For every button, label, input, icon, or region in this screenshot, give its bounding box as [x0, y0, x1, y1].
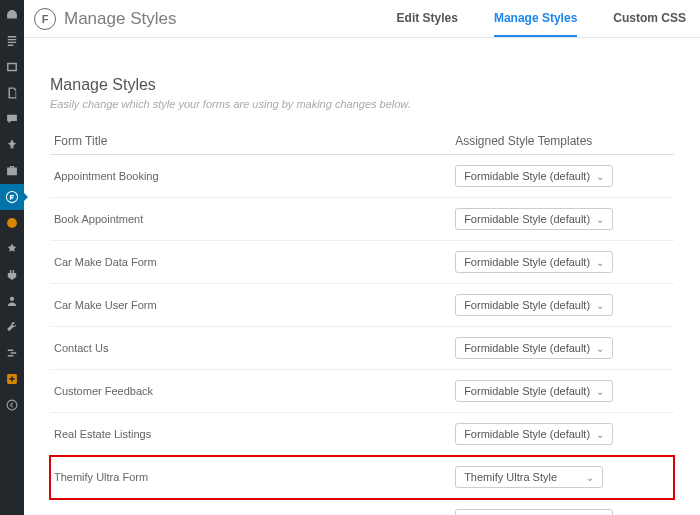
sidebar-item-media[interactable] [0, 54, 24, 80]
sidebar-item-pin[interactable] [0, 132, 24, 158]
style-cell: Formidable Style (default)⌄ [451, 284, 674, 327]
page-title: F Manage Styles [34, 8, 176, 30]
style-cell: Formidable Style (default)⌄ [451, 413, 674, 456]
chevron-down-icon: ⌄ [586, 472, 594, 483]
style-select-label: Formidable Style (default) [464, 385, 590, 397]
sidebar-item-dashboard[interactable] [0, 2, 24, 28]
sidebar-item-plus[interactable] [0, 366, 24, 392]
svg-point-2 [10, 297, 14, 301]
style-cell: Formidable Style (default)⌄ [451, 155, 674, 198]
table-row: Car Make Data FormFormidable Style (defa… [50, 241, 674, 284]
form-title-cell: Book Appointment [50, 198, 451, 241]
sidebar-item-settings[interactable] [0, 340, 24, 366]
table-row: Customer FeedbackFormidable Style (defau… [50, 370, 674, 413]
sidebar-item-tools[interactable] [0, 314, 24, 340]
page-title-text: Manage Styles [64, 9, 176, 29]
table-row: Car Make User FormFormidable Style (defa… [50, 284, 674, 327]
col-form-title: Form Title [50, 128, 451, 155]
section-subtitle: Easily change which style your forms are… [50, 98, 674, 110]
form-title-cell: Appointment Booking [50, 155, 451, 198]
style-select-label: Themify Ultra Style [464, 471, 557, 483]
style-select[interactable]: Formidable Style (default)⌄ [455, 509, 613, 515]
form-title-cell: Themify Ultra Form [50, 456, 451, 499]
style-select[interactable]: Formidable Style (default)⌄ [455, 423, 613, 445]
tab-custom-css[interactable]: Custom CSS [613, 1, 686, 37]
table-row: Appointment BookingFormidable Style (def… [50, 155, 674, 198]
table-row: User InformationFormidable Style (defaul… [50, 499, 674, 516]
sidebar-item-appearance[interactable] [0, 236, 24, 262]
formidable-logo-icon: F [34, 8, 56, 30]
table-row: Themify Ultra FormThemify Ultra Style⌄ [50, 456, 674, 499]
style-select-label: Formidable Style (default) [464, 213, 590, 225]
style-select-label: Formidable Style (default) [464, 170, 590, 182]
form-title-cell: Contact Us [50, 327, 451, 370]
style-select-label: Formidable Style (default) [464, 256, 590, 268]
style-select[interactable]: Formidable Style (default)⌄ [455, 251, 613, 273]
content: Manage Styles Easily change which style … [24, 38, 700, 515]
table-row: Book AppointmentFormidable Style (defaul… [50, 198, 674, 241]
form-title-cell: User Information [50, 499, 451, 516]
style-select[interactable]: Formidable Style (default)⌄ [455, 208, 613, 230]
tabs: Edit Styles Manage Styles Custom CSS [397, 1, 686, 37]
sidebar-item-comments[interactable] [0, 106, 24, 132]
sidebar-item-formidable[interactable] [0, 184, 24, 210]
table-row: Real Estate ListingsFormidable Style (de… [50, 413, 674, 456]
form-title-cell: Real Estate Listings [50, 413, 451, 456]
chevron-down-icon: ⌄ [596, 429, 604, 440]
sidebar-item-collapse[interactable] [0, 392, 24, 418]
style-select[interactable]: Formidable Style (default)⌄ [455, 337, 613, 359]
form-title-cell: Customer Feedback [50, 370, 451, 413]
svg-point-4 [7, 400, 17, 410]
table-row: Contact UsFormidable Style (default)⌄ [50, 327, 674, 370]
chevron-down-icon: ⌄ [596, 214, 604, 225]
form-title-cell: Car Make Data Form [50, 241, 451, 284]
tab-manage-styles[interactable]: Manage Styles [494, 1, 577, 37]
main-panel: F Manage Styles Edit Styles Manage Style… [24, 0, 700, 515]
sidebar-item-users[interactable] [0, 288, 24, 314]
chevron-down-icon: ⌄ [596, 343, 604, 354]
style-select[interactable]: Formidable Style (default)⌄ [455, 294, 613, 316]
sidebar-item-chat[interactable] [0, 210, 24, 236]
style-cell: Formidable Style (default)⌄ [451, 499, 674, 516]
style-select-label: Formidable Style (default) [464, 342, 590, 354]
sidebar-item-posts[interactable] [0, 28, 24, 54]
col-assigned-style: Assigned Style Templates [451, 128, 674, 155]
style-cell: Formidable Style (default)⌄ [451, 327, 674, 370]
chevron-down-icon: ⌄ [596, 171, 604, 182]
chevron-down-icon: ⌄ [596, 300, 604, 311]
chevron-down-icon: ⌄ [596, 386, 604, 397]
styles-table: Form Title Assigned Style Templates Appo… [50, 128, 674, 515]
tab-edit-styles[interactable]: Edit Styles [397, 1, 458, 37]
sidebar-item-plugins[interactable] [0, 262, 24, 288]
chevron-down-icon: ⌄ [596, 257, 604, 268]
style-cell: Formidable Style (default)⌄ [451, 370, 674, 413]
style-select[interactable]: Themify Ultra Style⌄ [455, 466, 603, 488]
style-select[interactable]: Formidable Style (default)⌄ [455, 380, 613, 402]
section-heading: Manage Styles [50, 76, 674, 94]
style-cell: Formidable Style (default)⌄ [451, 198, 674, 241]
topbar: F Manage Styles Edit Styles Manage Style… [24, 0, 700, 38]
style-cell: Formidable Style (default)⌄ [451, 241, 674, 284]
svg-point-1 [7, 218, 17, 228]
style-cell: Themify Ultra Style⌄ [451, 456, 674, 499]
style-select[interactable]: Formidable Style (default)⌄ [455, 165, 613, 187]
sidebar-item-briefcase[interactable] [0, 158, 24, 184]
form-title-cell: Car Make User Form [50, 284, 451, 327]
style-select-label: Formidable Style (default) [464, 428, 590, 440]
style-select-label: Formidable Style (default) [464, 299, 590, 311]
sidebar-item-pages[interactable] [0, 80, 24, 106]
admin-sidebar [0, 0, 24, 515]
